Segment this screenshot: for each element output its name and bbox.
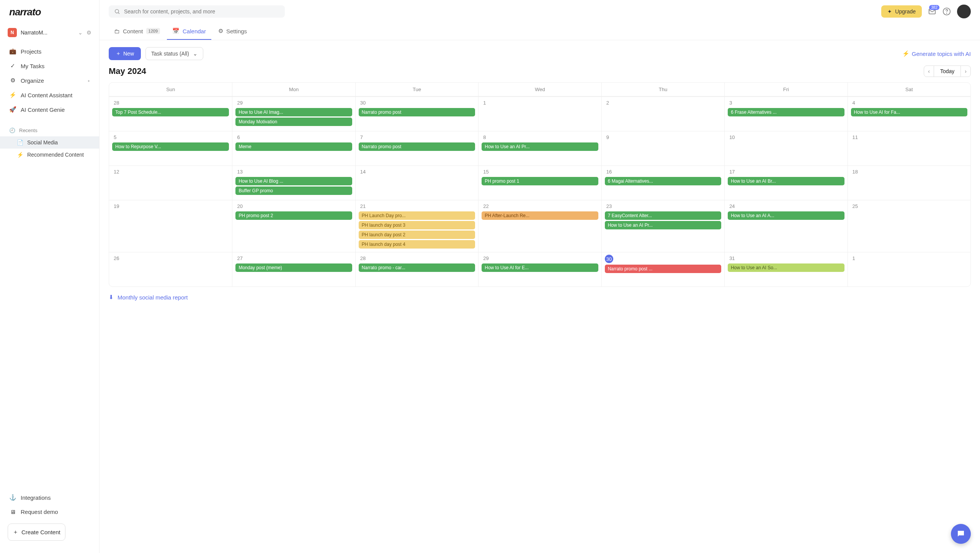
calendar-event[interactable]: 7 EasyContent Alter...: [605, 211, 721, 220]
calendar-event[interactable]: How to Use an AI Pr...: [482, 142, 598, 151]
calendar-event[interactable]: How to Use AI Blog ...: [235, 177, 352, 185]
calendar-event[interactable]: Narrato promo post: [359, 142, 475, 151]
calendar-event[interactable]: How to Repurpose V...: [112, 142, 229, 151]
calendar-cell[interactable]: 27Monday post (meme): [232, 252, 355, 286]
chat-fab[interactable]: [951, 524, 971, 544]
calendar-cell[interactable]: 237 EasyContent Alter...How to Use an AI…: [601, 200, 724, 252]
calendar-cell[interactable]: 10: [724, 131, 847, 165]
today-button[interactable]: Today: [934, 66, 961, 77]
calendar-cell[interactable]: 22PH After-Launch Re...: [478, 200, 601, 252]
calendar-cell[interactable]: 29How to Use AI Imag...Monday Motivation: [232, 97, 355, 131]
calendar-event[interactable]: 6 Frase Alternatives ...: [728, 108, 844, 116]
calendar-cell[interactable]: 17How to Use an AI Br...: [724, 165, 847, 200]
calendar-cell[interactable]: 12: [109, 165, 232, 200]
check-icon: ✓: [9, 62, 16, 69]
calendar-cell[interactable]: 9: [601, 131, 724, 165]
calendar-cell[interactable]: 18: [848, 165, 970, 200]
chevron-down-icon[interactable]: ⌄: [78, 29, 83, 36]
calendar-cell[interactable]: 21PH Launch Day pro...PH launch day post…: [355, 200, 478, 252]
calendar-event[interactable]: How to Use AI Imag...: [235, 108, 352, 116]
calendar-event[interactable]: PH After-Launch Re...: [482, 211, 598, 220]
calendar-event[interactable]: Narrato promo - car...: [359, 263, 475, 272]
inbox-button[interactable]: 382: [928, 7, 936, 16]
calendar-event[interactable]: How to Use AI for Fa...: [851, 108, 967, 116]
cell-date: 28: [359, 255, 367, 262]
calendar-event[interactable]: Narrato promo post ...: [605, 265, 721, 273]
calendar-cell[interactable]: 15PH promo post 1: [478, 165, 601, 200]
calendar-cell[interactable]: 30Narrato promo post: [355, 97, 478, 131]
search-bar[interactable]: [109, 5, 285, 18]
calendar-cell[interactable]: 1: [848, 252, 970, 286]
calendar-cell[interactable]: 28Top 7 Post Schedule...: [109, 97, 232, 131]
calendar-cell[interactable]: 6Meme: [232, 131, 355, 165]
calendar-event[interactable]: PH launch day post 4: [359, 240, 475, 249]
recent-item[interactable]: ⚡Recommended Content: [0, 149, 99, 161]
gear-icon[interactable]: ⚙: [87, 29, 91, 36]
new-button[interactable]: ＋ New: [109, 47, 141, 60]
tab-settings[interactable]: ⚙ Settings: [213, 23, 252, 40]
tab-calendar[interactable]: 📅 Calendar: [167, 23, 211, 40]
calendar-cell[interactable]: 166 Magai Alternatives...: [601, 165, 724, 200]
monthly-report-link[interactable]: ⬇ Monthly social media report: [100, 292, 980, 308]
calendar-cell[interactable]: 25: [848, 200, 970, 252]
calendar-event[interactable]: How to Use an AI So...: [728, 263, 844, 272]
calendar-cell[interactable]: 24How to Use an AI A...: [724, 200, 847, 252]
prev-month-button[interactable]: ‹: [924, 66, 934, 77]
calendar-cell[interactable]: 5How to Repurpose V...: [109, 131, 232, 165]
user-avatar[interactable]: [957, 5, 971, 18]
workspace-selector[interactable]: N NarratoM... ⌄ ⚙: [0, 24, 99, 41]
notif-badge: 382: [929, 5, 939, 10]
calendar-cell[interactable]: 4How to Use AI for Fa...: [848, 97, 970, 131]
next-month-button[interactable]: ›: [961, 66, 970, 77]
nav-request-demo[interactable]: 🖥 Request demo: [0, 505, 99, 519]
status-filter[interactable]: Task status (All) ⌄: [145, 47, 203, 60]
calendar-event[interactable]: Buffer GP promo: [235, 187, 352, 195]
calendar-cell[interactable]: 11: [848, 131, 970, 165]
bolt-icon: ⚡: [902, 50, 910, 57]
create-content-button[interactable]: ＋ Create Content: [8, 524, 65, 541]
nav-ai-genie[interactable]: 🚀 AI Content Genie: [0, 102, 99, 117]
nav-integrations[interactable]: ⚓ Integrations: [0, 490, 99, 505]
calendar-event[interactable]: PH launch day post 3: [359, 221, 475, 229]
calendar-event[interactable]: Narrato promo post: [359, 108, 475, 116]
calendar-event[interactable]: PH Launch Day pro...: [359, 211, 475, 220]
nav-ai-assistant[interactable]: ⚡ AI Content Assistant: [0, 88, 99, 102]
calendar-event[interactable]: PH promo post 2: [235, 211, 352, 220]
calendar-cell[interactable]: 8How to Use an AI Pr...: [478, 131, 601, 165]
calendar-cell[interactable]: 31How to Use an AI So...: [724, 252, 847, 286]
calendar-cell[interactable]: 26: [109, 252, 232, 286]
calendar-cell[interactable]: 13How to Use AI Blog ...Buffer GP promo: [232, 165, 355, 200]
chevron-right-icon: ▸: [88, 79, 90, 83]
recent-item[interactable]: 📄Social Media: [0, 136, 99, 149]
calendar-event[interactable]: Monday Motivation: [235, 118, 352, 126]
calendar-cell[interactable]: 14: [355, 165, 478, 200]
calendar-cell[interactable]: 1: [478, 97, 601, 131]
calendar-event[interactable]: Meme: [235, 142, 352, 151]
upgrade-button[interactable]: ✦ Upgrade: [881, 5, 922, 18]
calendar-event[interactable]: PH promo post 1: [482, 177, 598, 185]
calendar-event[interactable]: Monday post (meme): [235, 263, 352, 272]
calendar-cell[interactable]: 2: [601, 97, 724, 131]
calendar-event[interactable]: How to Use AI for E...: [482, 263, 598, 272]
calendar-cell[interactable]: 19: [109, 200, 232, 252]
nav-my-tasks[interactable]: ✓ My Tasks: [0, 59, 99, 73]
calendar-cell[interactable]: 29How to Use AI for E...: [478, 252, 601, 286]
nav-projects[interactable]: 💼 Projects: [0, 44, 99, 59]
calendar-event[interactable]: How to Use an AI A...: [728, 211, 844, 220]
generate-topics-link[interactable]: ⚡ Generate topics with AI: [902, 50, 971, 57]
calendar-cell[interactable]: 7Narrato promo post: [355, 131, 478, 165]
calendar-cell[interactable]: 28Narrato promo - car...: [355, 252, 478, 286]
calendar-event[interactable]: Top 7 Post Schedule...: [112, 108, 229, 116]
search-input[interactable]: [124, 8, 279, 15]
calendar-event[interactable]: 6 Magai Alternatives...: [605, 177, 721, 185]
tab-content[interactable]: 🗀 Content 1209: [109, 23, 165, 40]
calendar-event[interactable]: How to Use an AI Pr...: [605, 221, 721, 229]
calendar-event[interactable]: PH launch day post 2: [359, 231, 475, 239]
calendar-cell[interactable]: 20PH promo post 2: [232, 200, 355, 252]
cell-date: 7: [359, 134, 364, 141]
help-button[interactable]: [942, 7, 951, 16]
calendar-event[interactable]: How to Use an AI Br...: [728, 177, 844, 185]
calendar-cell[interactable]: 30Narrato promo post ...: [601, 252, 724, 286]
calendar-cell[interactable]: 36 Frase Alternatives ...: [724, 97, 847, 131]
nav-organize[interactable]: ⚙ Organize ▸: [0, 73, 99, 88]
